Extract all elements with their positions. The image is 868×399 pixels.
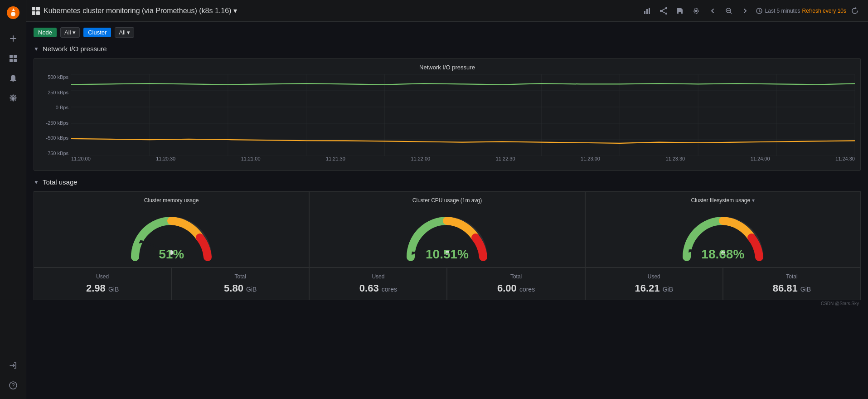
svg-rect-4 (10, 59, 13, 62)
network-collapse-arrow[interactable]: ▼ (34, 46, 39, 52)
stat-fs-total: Total 86.81 GiB (723, 268, 861, 300)
memory-gauge: 51% (126, 207, 217, 262)
sidebar-item-signin[interactable] (5, 357, 21, 374)
topbar-actions: Last 5 minutes Refresh every 10s (640, 4, 863, 18)
filesystem-gauge-title: Cluster filesystem usage ▾ (691, 197, 755, 204)
total-usage-section-header: ▼ Total usage (34, 178, 861, 186)
share-button[interactable] (656, 4, 671, 18)
sidebar-item-add[interactable] (5, 30, 21, 47)
svg-point-15 (695, 10, 697, 12)
svg-rect-2 (10, 55, 13, 58)
save-button[interactable] (673, 4, 687, 18)
total-usage-collapse-arrow[interactable]: ▼ (34, 179, 39, 185)
memory-gauge-title: Cluster memory usage (144, 197, 199, 204)
sidebar-item-help[interactable]: ? (5, 377, 21, 394)
stat-cpu-total-value: 6.00 cores (451, 282, 581, 294)
forward-button[interactable] (738, 4, 752, 18)
stat-memory-used: Used 2.98 GiB (34, 268, 171, 300)
svg-line-17 (730, 12, 732, 14)
chart-x-labels: 11:20:00 11:20:30 11:21:00 11:21:30 11:2… (71, 156, 855, 165)
network-chart-panel: Network I/O pressure 500 kBps 250 kBps 0… (34, 58, 861, 171)
stat-fs-total-label: Total (727, 273, 857, 280)
stat-memory-used-value: 2.98 GiB (38, 282, 167, 294)
stat-fs-used-value: 16.21 GiB (589, 282, 719, 294)
svg-point-1 (11, 12, 15, 16)
node-filter-label: Node (34, 28, 57, 37)
cluster-filter-select[interactable]: All ▾ (115, 27, 134, 38)
sidebar-item-dashboards[interactable] (5, 50, 21, 67)
zoom-out-button[interactable] (722, 4, 736, 18)
cpu-gauge: 10.51% (402, 207, 492, 262)
filesystem-gauge-panel: Cluster filesystem usage ▾ (585, 191, 861, 268)
filesystem-gauge-value: 18.68% (701, 247, 744, 262)
svg-text:?: ? (11, 382, 15, 389)
topbar-title-group: Kubernetes cluster monitoring (via Prome… (32, 6, 636, 15)
memory-gauge-panel: Cluster memory usage (34, 191, 309, 268)
stat-memory-total-value: 5.80 GiB (175, 282, 305, 294)
svg-point-12 (665, 7, 667, 9)
svg-point-6 (12, 97, 15, 100)
filesystem-dropdown-icon[interactable]: ▾ (752, 197, 755, 204)
svg-point-14 (660, 10, 661, 11)
stat-cpu-used-value: 0.63 cores (313, 282, 443, 294)
svg-rect-5 (14, 59, 17, 62)
grid-icon (32, 7, 40, 15)
stat-cpu-total-label: Total (451, 273, 581, 280)
filter-bar: Node All ▾ Cluster All ▾ (34, 27, 861, 38)
settings-button[interactable] (689, 4, 703, 18)
stat-cpu-used: Used 0.63 cores (309, 268, 447, 300)
sidebar-item-alerts[interactable] (5, 70, 21, 87)
svg-rect-10 (646, 9, 648, 14)
network-chart-area: 500 kBps 250 kBps 0 Bps -250 kBps -500 k… (39, 74, 855, 165)
total-usage-section-title: Total usage (43, 178, 78, 186)
cpu-gauge-title: Cluster CPU usage (1m avg) (412, 197, 482, 204)
memory-gauge-value: 51% (159, 247, 184, 262)
sidebar-logo[interactable] (6, 5, 20, 21)
svg-rect-9 (644, 11, 645, 14)
network-section-header: ▼ Network I/O pressure (34, 45, 861, 53)
network-section-title: Network I/O pressure (43, 45, 107, 53)
chart-svg (71, 74, 855, 156)
cpu-gauge-panel: Cluster CPU usage (1m avg) 10.51% (309, 191, 585, 268)
network-chart-title: Network I/O pressure (39, 64, 855, 71)
watermark: CSDN @Stars.Sky (34, 300, 861, 307)
time-range-label: Last 5 minutes (765, 8, 800, 14)
svg-rect-3 (14, 55, 17, 58)
refresh-button[interactable] (848, 4, 863, 18)
stat-cpu-used-label: Used (313, 273, 443, 280)
refresh-label: Refresh every 10s (802, 8, 846, 14)
bar-chart-button[interactable] (640, 4, 655, 18)
stat-fs-total-value: 86.81 GiB (727, 282, 857, 294)
time-range[interactable]: Last 5 minutes (756, 8, 800, 14)
stat-memory-total-label: Total (175, 273, 305, 280)
stats-row: Used 2.98 GiB Total 5.80 GiB Used 0.63 c… (34, 268, 861, 300)
stat-cpu-total: Total 6.00 cores (447, 268, 585, 300)
gauges-row: Cluster memory usage (34, 191, 861, 268)
node-filter-select[interactable]: All ▾ (60, 27, 80, 38)
cluster-filter-label: Cluster (83, 28, 111, 37)
svg-point-13 (665, 13, 667, 14)
content-area: Node All ▾ Cluster All ▾ ▼ Network I/O p… (26, 22, 868, 399)
page-title: Kubernetes cluster monitoring (via Prome… (44, 6, 237, 15)
topbar: Kubernetes cluster monitoring (via Prome… (26, 0, 868, 22)
cpu-gauge-value: 10.51% (426, 247, 469, 262)
back-button[interactable] (705, 4, 720, 18)
stat-fs-used: Used 16.21 GiB (585, 268, 723, 300)
sidebar-item-settings[interactable] (5, 90, 21, 107)
stat-memory-total: Total 5.80 GiB (171, 268, 309, 300)
stat-memory-used-label: Used (38, 273, 167, 280)
sidebar: ? (0, 0, 26, 399)
main-content: Kubernetes cluster monitoring (via Prome… (26, 0, 868, 399)
stat-fs-used-label: Used (589, 273, 719, 280)
svg-rect-11 (649, 8, 650, 14)
chart-y-labels: 500 kBps 250 kBps 0 Bps -250 kBps -500 k… (39, 74, 71, 156)
filesystem-gauge: 18.68% (678, 207, 768, 262)
